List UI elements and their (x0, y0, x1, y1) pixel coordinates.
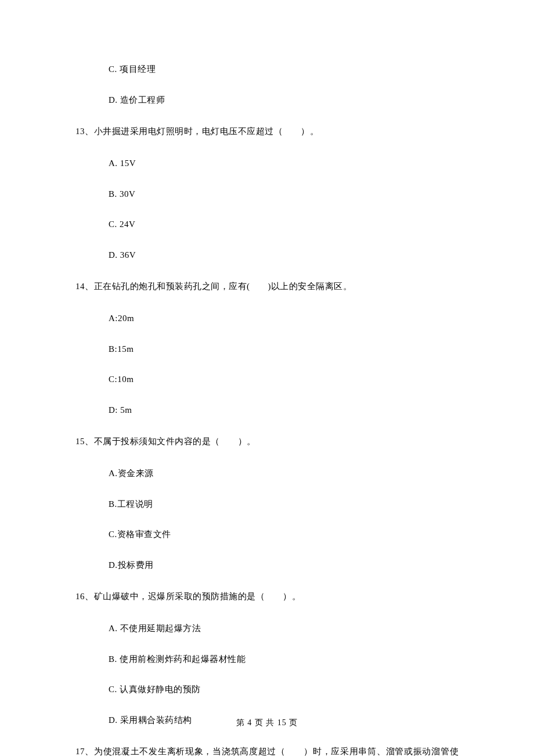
question-15-options: A.资金来源 B.工程说明 C.资格审查文件 D.投标费用 (75, 467, 459, 571)
question-14-options: A:20m B:15m C:10m D: 5m (75, 312, 459, 416)
option-d: D.投标费用 (109, 559, 459, 572)
option-b: B. 30V (109, 188, 459, 201)
option-b: B:15m (109, 343, 459, 356)
option-c: C:10m (109, 373, 459, 386)
page: C. 项目经理 D. 造价工程师 13、小井掘进采用电灯照明时，电灯电压不应超过… (0, 0, 534, 756)
option-a: A:20m (109, 312, 459, 325)
option-b: B.工程说明 (109, 498, 459, 511)
option-b: B. 使用前检测炸药和起爆器材性能 (109, 653, 459, 666)
option-c: C. 24V (109, 218, 459, 231)
option-c: C. 认真做好静电的预防 (109, 683, 459, 696)
question-13-options: A. 15V B. 30V C. 24V D. 36V (75, 157, 459, 261)
option-a: A. 15V (109, 157, 459, 170)
question-13: 13、小井掘进采用电灯照明时，电灯电压不应超过（ ）。 (75, 124, 459, 139)
question-17: 17、为使混凝土不发生离析现象，当浇筑高度超过（ ）时，应采用串筒、溜管或振动溜… (75, 744, 459, 756)
option-c: C.资格审查文件 (109, 528, 459, 541)
option-d: D. 造价工程师 (109, 93, 459, 107)
option-a: A. 不使用延期起爆方法 (109, 622, 459, 635)
option-d: D. 36V (109, 249, 459, 262)
option-c: C. 项目经理 (109, 63, 459, 76)
option-d: D: 5m (109, 404, 459, 417)
question-14: 14、正在钻孔的炮孔和预装药孔之间，应有( )以上的安全隔离区。 (75, 279, 459, 294)
question-15: 15、不属于投标须知文件内容的是（ ）。 (75, 434, 459, 449)
prev-question-options: C. 项目经理 D. 造价工程师 (75, 63, 459, 106)
page-footer: 第 4 页 共 15 页 (0, 718, 534, 728)
question-16: 16、矿山爆破中，迟爆所采取的预防措施的是（ ）。 (75, 589, 459, 604)
option-a: A.资金来源 (109, 467, 459, 480)
question-16-options: A. 不使用延期起爆方法 B. 使用前检测炸药和起爆器材性能 C. 认真做好静电… (75, 622, 459, 726)
